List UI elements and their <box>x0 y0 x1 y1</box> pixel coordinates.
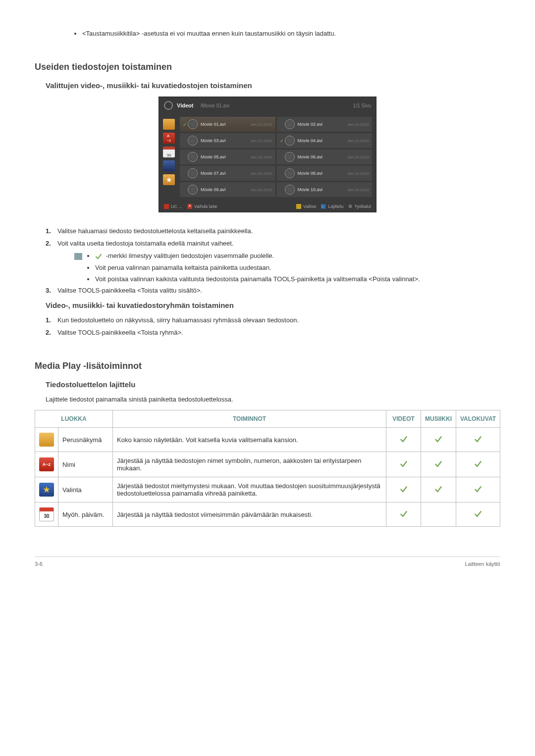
file-check-icon: ✓ <box>280 138 285 144</box>
bullet-icon <box>87 255 89 257</box>
file-date: Jan.10.2010 <box>250 155 272 159</box>
uc-icon <box>164 204 169 209</box>
function-desc: Koko kansio näytetään. Voit katsella kuv… <box>113 428 386 452</box>
file-name: Movie 06.avi <box>298 154 347 159</box>
check-music <box>421 477 456 503</box>
file-item[interactable]: Movie 06.aviJan.10.2010 <box>277 150 373 164</box>
check-video <box>386 477 421 503</box>
tools-icon: ⚙ <box>348 204 352 209</box>
file-check-icon: ✓ <box>183 122 188 127</box>
file-date: Jan.10.2010 <box>250 188 272 192</box>
file-item[interactable]: ✓Movie 01.aviJan.10.2010 <box>180 117 275 132</box>
file-item[interactable]: Movie 03.aviJan.10.2010 <box>180 133 275 148</box>
th-music: MUSIIKKI <box>421 410 456 428</box>
check-music <box>421 452 456 477</box>
shot-page: 1/1 Sivu <box>353 103 371 108</box>
yellow-button-icon <box>296 204 301 209</box>
footer-section-title: Laitteen käyttö <box>465 561 500 567</box>
category-name: Nimi <box>58 452 113 477</box>
folder-icon <box>39 433 54 447</box>
step-number: 2. <box>46 240 57 247</box>
page-footer: 3-6 Laitteen käyttö <box>35 556 500 567</box>
sub-note-text: -merkki ilmestyy valittujen tiedostojen … <box>95 252 274 260</box>
sub-bullet: Voit perua valinnan painamalla keltaista… <box>74 264 500 271</box>
file-date: Jan.10.2010 <box>347 155 369 159</box>
file-reel-icon <box>285 119 295 129</box>
section1-heading: Useiden tiedostojen toistaminen <box>35 62 500 72</box>
section2-desc: Lajittele tiedostot painamalla sinistä p… <box>35 396 500 403</box>
file-date: Jan.10.2010 <box>250 171 272 176</box>
file-name: Movie 08.avi <box>298 171 347 176</box>
file-reel-icon <box>188 152 198 162</box>
file-date: Jan.10.2010 <box>347 171 369 176</box>
check-video <box>386 503 421 527</box>
sort-table: LUOKKA TOIMINNOT VIDEOT MUSIIKKI VALOKUV… <box>35 410 500 527</box>
check-video <box>386 428 421 452</box>
bullet-icon <box>87 278 89 280</box>
check-photo <box>456 477 500 503</box>
file-reel-icon <box>285 168 295 178</box>
file-name: Movie 05.avi <box>201 154 250 159</box>
file-item[interactable]: Movie 09.aviJan.10.2010 <box>180 182 275 197</box>
check-music <box>421 503 456 527</box>
shot-sidebar: A~z 30 ★ <box>163 117 177 197</box>
function-desc: Järjestää ja näyttää tiedostojen nimet s… <box>113 452 386 477</box>
step-number: 2. <box>46 329 57 336</box>
check-photo <box>456 503 500 527</box>
calendar-icon: 30 <box>39 507 54 521</box>
file-name: Movie 02.avi <box>298 122 347 127</box>
step-number: 1. <box>46 316 57 324</box>
category-name: Myöh. päiväm. <box>58 503 113 527</box>
file-name: Movie 01.avi <box>201 122 250 127</box>
th-videos: VIDEOT <box>386 410 421 428</box>
file-name: Movie 07.avi <box>201 171 250 176</box>
step-number: 3. <box>46 287 57 294</box>
file-date: Jan.10.2010 <box>347 122 369 127</box>
top-note-text: <Taustamusiikkitila> -asetusta ei voi mu… <box>82 30 336 37</box>
step-1: 1. Valitse haluamasi tiedosto tiedostolu… <box>35 227 500 235</box>
checkmark-icon <box>95 253 102 260</box>
table-row: ★ValintaJärjestää tiedostot mieltymystes… <box>35 477 500 503</box>
folder-icon[interactable] <box>163 119 175 130</box>
table-row: 30Myöh. päiväm.Järjestää ja näyttää tied… <box>35 503 500 527</box>
file-date: Jan.10.2010 <box>250 122 272 127</box>
file-name: Movie 10.avi <box>298 187 347 192</box>
sub1-heading: Valittujen video-, musiikki- tai kuvatie… <box>35 81 500 90</box>
file-reel-icon <box>285 152 295 162</box>
section2-heading: Media Play -lisätoiminnot <box>35 361 500 371</box>
file-item[interactable]: Movie 08.aviJan.10.2010 <box>277 166 373 181</box>
file-name: Movie 09.avi <box>201 187 250 192</box>
check-video <box>386 452 421 477</box>
step-2: 2. Voit valita useita tiedostoja toistam… <box>35 240 500 247</box>
table-row: PerusnäkymäKoko kansio näytetään. Voit k… <box>35 428 500 452</box>
section2-sub: Tiedostoluettelon lajittelu <box>35 380 500 389</box>
a-button-icon: A <box>187 204 192 209</box>
th-photos: VALOKUVAT <box>456 410 500 428</box>
file-item[interactable]: Movie 10.aviJan.10.2010 <box>277 182 373 197</box>
file-reel-icon <box>188 168 198 178</box>
file-name: Movie 03.avi <box>201 138 250 143</box>
star-icon[interactable]: ★ <box>163 174 175 185</box>
bullet-icon <box>87 267 89 269</box>
calendar-icon[interactable]: 30 <box>163 147 175 157</box>
note-icon <box>74 253 82 260</box>
check-photo <box>456 452 500 477</box>
name-sort-icon[interactable]: A~z <box>163 133 175 144</box>
file-item[interactable]: ✓Movie 04.aviJan.10.2010 <box>277 133 373 148</box>
shot-header: Videot /Movie 01.avi 1/1 Sivu <box>159 97 376 114</box>
file-date: Jan.10.2010 <box>347 188 369 192</box>
shot-title: Videot <box>177 102 193 108</box>
th-functions: TOIMINNOT <box>113 410 386 428</box>
category-name: Perusnäkymä <box>58 428 113 452</box>
file-grid: ✓Movie 01.aviJan.10.2010Movie 02.aviJan.… <box>180 117 372 197</box>
file-item[interactable]: Movie 02.aviJan.10.2010 <box>277 117 373 132</box>
file-item[interactable]: Movie 05.aviJan.10.2010 <box>180 150 275 164</box>
sub2-heading: Video-, musiikki- tai kuvatiedostoryhmän… <box>35 301 500 309</box>
function-desc: Järjestää tiedostot mieltymystesi mukaan… <box>113 477 386 503</box>
file-date: Jan.10.2010 <box>250 139 272 143</box>
file-reel-icon <box>188 119 198 129</box>
screenshot-panel: Videot /Movie 01.avi 1/1 Sivu A~z 30 ★ ✓… <box>159 97 376 212</box>
file-reel-icon <box>285 136 295 146</box>
file-item[interactable]: Movie 07.aviJan.10.2010 <box>180 166 275 181</box>
play-icon[interactable] <box>163 160 175 171</box>
